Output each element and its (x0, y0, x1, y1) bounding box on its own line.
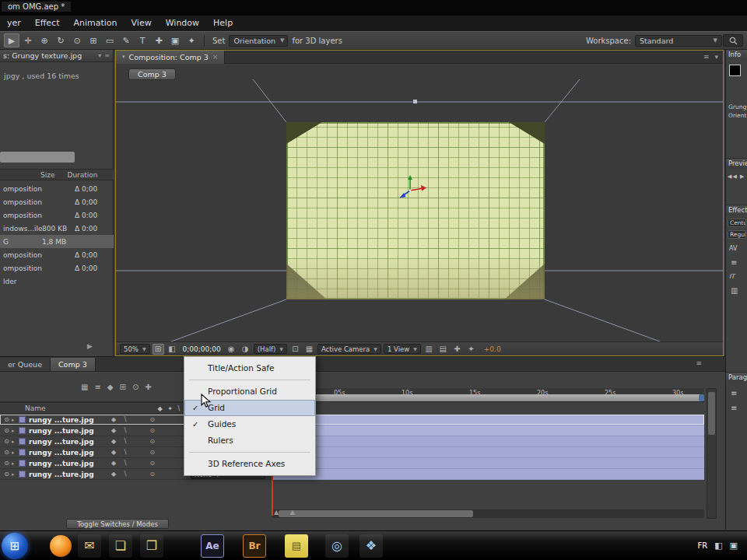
project-row[interactable]: G1,8 MB (0, 235, 114, 248)
timeline-vertical-scrollbar[interactable] (707, 388, 717, 519)
layer-color-chip[interactable] (19, 427, 26, 434)
expand-icon[interactable]: ▸ (12, 450, 19, 456)
layer-3d-switch[interactable]: ⊙ (149, 449, 155, 456)
snapshot-button[interactable]: ◉ (226, 344, 237, 355)
flowchart-button[interactable]: ✚ (451, 344, 463, 355)
layer-duration-bar[interactable] (272, 458, 704, 469)
brush-tool-icon[interactable]: ✚ (151, 33, 167, 47)
pixel-aspect-button[interactable]: ▥ (423, 344, 435, 355)
project-row[interactable]: ompositionΔ 0;00 (0, 261, 114, 275)
transparency-grid-button[interactable]: ▦ (303, 344, 315, 355)
column-name[interactable]: Name (25, 404, 46, 412)
toggle-switches-modes-button[interactable]: Toggle Switches / Modes (66, 519, 169, 529)
rotate-tool-icon[interactable]: ↻ (53, 33, 68, 47)
eye-icon[interactable]: ⊙ (2, 416, 12, 423)
current-timecode[interactable]: 0;00;00;00 (183, 345, 221, 353)
layer-3d-switch[interactable]: ⊙ (149, 416, 155, 423)
previous-frame-icon[interactable]: ◀◀ (728, 173, 738, 180)
tab-render-queue[interactable]: er Queue (0, 358, 51, 371)
eye-icon[interactable]: ⊙ (2, 471, 12, 478)
pen-tool-icon[interactable]: ✎ (118, 33, 134, 47)
menu-view[interactable]: View (124, 16, 159, 31)
work-area-bar[interactable] (272, 394, 704, 401)
mask-tool-icon[interactable]: ▭ (102, 33, 117, 47)
layer-color-chip[interactable] (19, 471, 26, 478)
effects-panel-header[interactable]: Effect (726, 205, 747, 215)
footage-image[interactable] (286, 122, 545, 299)
show-channel-button[interactable]: ◑ (240, 344, 251, 355)
camera-tool-icon[interactable]: ⊙ (69, 33, 85, 47)
expand-icon[interactable]: ▸ (12, 471, 19, 478)
view-menu-item-3d-reference-axes[interactable]: 3D Reference Axes (184, 456, 315, 472)
chevron-down-icon[interactable]: ▾ (714, 53, 718, 61)
project-panel-header[interactable]: s: Grungy texture.jpg ▾ ≡ (0, 50, 113, 62)
exposure-value[interactable]: +0.0 (484, 345, 501, 353)
align-left-icon[interactable]: ≡ (731, 389, 747, 397)
project-row[interactable]: indows...ile800 KBΔ 0:00 (0, 222, 114, 235)
tray-shield-icon[interactable]: ▣ (730, 541, 738, 551)
start-button[interactable]: ⊞ (2, 533, 28, 559)
preview-panel-header[interactable]: Previe (726, 159, 747, 169)
menu-animation[interactable]: Animation (66, 16, 124, 31)
column-duration[interactable]: Duration (67, 171, 97, 179)
eye-icon[interactable]: ⊙ (2, 427, 12, 434)
3d-axis-gizmo[interactable] (393, 173, 427, 208)
hand-tool-icon[interactable]: ✛ (20, 33, 36, 47)
timeline-horizontal-scrollbar[interactable] (272, 509, 704, 518)
work-area-end-handle[interactable] (699, 394, 704, 401)
view-menu-item-guides[interactable]: ✓Guides (184, 416, 315, 432)
layer-color-chip[interactable] (19, 438, 26, 445)
pan-behind-tool-icon[interactable]: ⊞ (86, 33, 101, 47)
type-tool-icon[interactable]: T (135, 33, 150, 47)
chevron-down-icon[interactable]: ▾ (98, 52, 101, 59)
workspace-search-box[interactable] (723, 34, 743, 47)
menu-window[interactable]: Window (159, 16, 206, 31)
region-of-interest-button[interactable]: ⊡ (289, 344, 301, 355)
composition-viewer[interactable]: Comp 3 (116, 64, 723, 341)
messenger-icon[interactable]: ❐ (140, 534, 163, 558)
clone-tool-icon[interactable]: ▣ (167, 33, 183, 47)
project-row[interactable]: ompositionΔ 0;00 (0, 195, 114, 208)
layer-duration-bar[interactable] (272, 425, 704, 436)
fast-preview-button[interactable]: ✦ (465, 344, 477, 355)
timeline-zoom-icons[interactable]: ▲ ▲ (274, 509, 300, 516)
composition-tab[interactable]: ▾ Composition: Comp 3 × (116, 51, 225, 64)
composition-mini-flowchart-icon[interactable]: ▦ (81, 383, 88, 391)
comp-navigator-button[interactable]: Comp 3 (128, 68, 176, 80)
after-effects-icon[interactable]: Ae (201, 534, 224, 558)
tab-comp-3[interactable]: Comp 3 (51, 358, 96, 371)
layer-color-chip[interactable] (19, 416, 26, 423)
layer-3d-switch[interactable]: ⊙ (149, 471, 155, 478)
firefox-icon[interactable] (50, 535, 72, 557)
expand-icon[interactable]: ▸ (12, 460, 19, 467)
font-family-dropdown[interactable]: Centu (728, 219, 746, 227)
kerning-control[interactable]: AV (729, 245, 747, 252)
layer-color-chip[interactable] (19, 460, 26, 467)
play-icon[interactable]: ▶ (740, 173, 745, 180)
panel-menu-icon[interactable]: ≡ (104, 52, 110, 59)
folder-icon[interactable]: ❏ (109, 534, 132, 558)
tray-keyboard-icon[interactable]: ◧ (714, 541, 722, 551)
bridge-icon[interactable]: Br (243, 534, 266, 558)
language-indicator[interactable]: FR (697, 541, 707, 550)
align-center-icon[interactable]: ≡ (731, 404, 747, 412)
active-camera-dropdown[interactable]: Active Camera ▼ (317, 344, 381, 354)
info-panel-header[interactable]: Info (726, 50, 747, 60)
selection-tool-icon[interactable]: ▶ (4, 33, 19, 47)
layer-3d-switch[interactable]: ⊙ (149, 427, 155, 434)
grid-options-button[interactable]: ⊞ (153, 344, 164, 355)
eye-icon[interactable]: ⊙ (2, 449, 12, 456)
project-scroll-arrow[interactable]: ▶ (87, 342, 93, 350)
mail-icon[interactable]: ✉ (78, 534, 101, 558)
zoom-tool-icon[interactable]: ⊕ (37, 33, 52, 47)
project-row[interactable]: lder (0, 275, 114, 288)
layer-switches[interactable]: ◆ \ (111, 471, 129, 478)
hide-shy-layers-icon[interactable]: ◆ (107, 383, 114, 391)
menu-yer[interactable]: yer (0, 16, 28, 31)
timeline-button[interactable]: ▤ (437, 344, 449, 355)
layer-switches[interactable]: ◆ \ (111, 449, 129, 456)
frame-blending-icon[interactable]: ⊞ (120, 383, 126, 391)
layer-3d-switch[interactable]: ⊙ (149, 460, 155, 467)
eye-icon[interactable]: ⊙ (2, 438, 12, 445)
menu-help[interactable]: Help (206, 16, 240, 31)
